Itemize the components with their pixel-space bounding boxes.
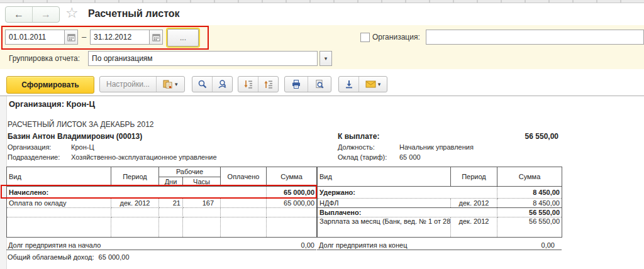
export-button-group: ▾ bbox=[338, 76, 387, 92]
taxable-income-value: 65 000,00 bbox=[99, 253, 130, 261]
report-variants-button[interactable]: ▾ bbox=[156, 77, 184, 92]
organization-checkbox[interactable] bbox=[360, 33, 370, 42]
to-pay-value: 56 550,00 bbox=[478, 132, 558, 141]
send-email-button[interactable]: ▾ bbox=[358, 77, 387, 92]
col-header-work: Рабочие bbox=[159, 167, 221, 177]
forward-button[interactable]: → bbox=[32, 7, 59, 22]
period-from-input[interactable] bbox=[5, 30, 65, 45]
chevron-down-icon: ▾ bbox=[378, 81, 381, 87]
organization-input[interactable] bbox=[426, 30, 644, 45]
cell-period: дек. 2012 bbox=[111, 199, 159, 208]
period-to-calendar-button[interactable] bbox=[149, 30, 163, 45]
table-row: Зарплата за месяц (Банк, вед. № 1 от 28.… bbox=[318, 217, 562, 238]
empty-cell bbox=[159, 217, 183, 238]
dept-info-line: Подразделение: Хозяйственно-эксплуатацио… bbox=[8, 153, 217, 162]
grouping-label: Группировка отчета: bbox=[9, 54, 80, 63]
empty-cell bbox=[221, 217, 267, 238]
debt-end-label: Долг предприятия на конец bbox=[319, 241, 407, 249]
col-header-period: Период bbox=[451, 167, 497, 187]
find-next-button[interactable] bbox=[212, 77, 232, 92]
payslip-report-window: ← → ☆ Расчетный листок – ... bbox=[0, 0, 644, 269]
withheld-total-label: Удержано: bbox=[318, 187, 497, 199]
report-title: РАСЧЕТНЫЙ ЛИСТОК ЗА ДЕКАБРЬ 2012 bbox=[8, 120, 154, 129]
back-arrow-icon: ← bbox=[14, 9, 24, 20]
save-button[interactable] bbox=[339, 77, 358, 92]
accrued-total-value: 65 000,00 bbox=[267, 187, 317, 199]
empty-row bbox=[7, 208, 317, 217]
email-envelope-icon bbox=[365, 80, 376, 89]
accrued-total-label: Начислено: bbox=[7, 187, 267, 199]
cell-sum: 56 550,00 bbox=[497, 217, 562, 238]
taxable-income-label: Общий облагаемый доход: bbox=[8, 253, 94, 261]
expand-groups-icon bbox=[243, 79, 253, 89]
dept-info-value: Хозяйственно-эксплуатационное управление bbox=[71, 153, 217, 162]
grouping-input[interactable] bbox=[88, 51, 318, 66]
print-button-group bbox=[284, 76, 331, 92]
empty-cell bbox=[7, 208, 111, 217]
empty-cell bbox=[267, 217, 317, 238]
find-button[interactable] bbox=[192, 77, 212, 92]
empty-cell bbox=[183, 208, 221, 217]
position-label: Должность: bbox=[338, 143, 399, 151]
period-to-input[interactable] bbox=[90, 30, 150, 45]
back-button[interactable]: ← bbox=[6, 7, 32, 22]
chevron-down-icon: ▾ bbox=[325, 55, 328, 62]
grouping-dropdown-button[interactable]: ▾ bbox=[319, 51, 332, 66]
debt-start-row: Долг предприятия на начало 0,00 bbox=[6, 238, 316, 250]
chevron-down-icon: ▾ bbox=[175, 81, 178, 87]
period-separator: – bbox=[82, 32, 86, 41]
report-toolbar: Сформировать Настройки... ▾ bbox=[0, 69, 644, 96]
collapse-groups-icon bbox=[264, 79, 274, 89]
favorite-star-icon[interactable]: ☆ bbox=[65, 4, 79, 21]
col-header-hours: Часы bbox=[183, 177, 221, 187]
taxable-income-line: Общий облагаемый доход: 65 000,00 bbox=[8, 253, 130, 261]
empty-cell bbox=[159, 208, 183, 217]
org-info-line: Организация: Крон-Ц bbox=[8, 143, 94, 151]
salary-label: Оклад (тариф): bbox=[338, 153, 399, 162]
page-title: Расчетный листок bbox=[88, 8, 180, 19]
table-row: НДФЛ дек. 2012 8 450,00 bbox=[318, 199, 562, 208]
accruals-table: Вид Период Рабочие Оплачено Сумма Дни Ча… bbox=[6, 167, 317, 238]
generate-button[interactable]: Сформировать bbox=[6, 76, 94, 94]
to-pay-label: К выплате: bbox=[338, 132, 379, 141]
period-from-calendar-button[interactable] bbox=[64, 30, 78, 45]
empty-cell bbox=[183, 217, 221, 238]
position-value: Начальник управления bbox=[399, 143, 474, 151]
calendar-icon bbox=[152, 33, 160, 41]
print-button[interactable] bbox=[285, 77, 308, 92]
print-preview-button[interactable] bbox=[308, 77, 331, 92]
expand-groups-button[interactable] bbox=[238, 77, 258, 92]
debt-start-value: 0,00 bbox=[301, 241, 314, 249]
search-button-group bbox=[192, 76, 233, 92]
salary-value: 65 000 bbox=[399, 153, 421, 162]
nav-history-group: ← → bbox=[5, 6, 60, 23]
cell-days: 21 bbox=[159, 199, 183, 208]
period-more-button[interactable]: ... bbox=[167, 29, 199, 47]
paid-total-label: Выплачено: bbox=[318, 208, 497, 217]
empty-cell bbox=[7, 217, 111, 238]
search-next-icon bbox=[218, 79, 228, 89]
col-header-days: Дни bbox=[159, 177, 183, 187]
settings-button[interactable]: Настройки... bbox=[100, 77, 156, 92]
printer-icon bbox=[291, 79, 301, 89]
filter-panel: – ... Организация: Группировка отчета: ▾ bbox=[0, 25, 644, 69]
settings-button-group: Настройки... ▾ bbox=[99, 76, 185, 92]
cell-paid bbox=[221, 199, 267, 208]
empty-cell bbox=[221, 208, 267, 217]
organization-label: Организация: bbox=[372, 33, 420, 41]
cell-type: Зарплата за месяц (Банк, вед. № 1 от 28.… bbox=[318, 217, 451, 238]
empty-row bbox=[7, 217, 317, 238]
table-row: Оплата по окладу дек. 2012 21 167 65 000… bbox=[7, 199, 317, 208]
col-header-sum: Сумма bbox=[497, 167, 562, 187]
col-header-period: Период bbox=[111, 167, 159, 187]
cell-type: НДФЛ bbox=[318, 199, 451, 208]
forward-arrow-icon: → bbox=[41, 9, 51, 20]
employee-name: Базин Антон Владимирович (00013) bbox=[8, 132, 142, 141]
withheld-total-value: 8 450,00 bbox=[497, 187, 562, 199]
cell-sum: 65 000,00 bbox=[267, 199, 317, 208]
cell-period: дек. 2012 bbox=[451, 217, 497, 238]
collapse-groups-button[interactable] bbox=[258, 77, 278, 92]
position-info-line: Должность: Начальник управления bbox=[338, 143, 474, 151]
search-icon bbox=[197, 79, 208, 89]
col-header-paid: Оплачено bbox=[221, 167, 267, 187]
